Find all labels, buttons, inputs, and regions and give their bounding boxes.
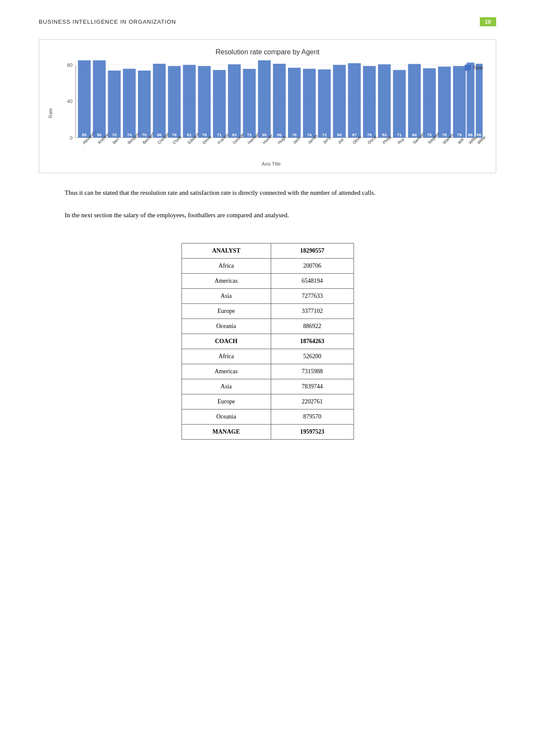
paragraph-2: In the next section the salary of the em… xyxy=(39,209,496,222)
table-cell-value: 18290557 xyxy=(271,244,354,259)
svg-text:70: 70 xyxy=(142,132,147,137)
y-axis-label: Rate xyxy=(48,108,53,118)
svg-text:79: 79 xyxy=(202,132,207,137)
svg-rect-11 xyxy=(93,60,106,137)
table-cell-value: 7839744 xyxy=(271,379,354,394)
svg-text:86: 86 xyxy=(477,132,482,137)
table-row: Oceania886922 xyxy=(181,319,354,334)
svg-text:79: 79 xyxy=(172,132,177,137)
svg-text:84: 84 xyxy=(412,132,417,137)
chart-legend: Total xyxy=(465,65,483,71)
svg-rect-56 xyxy=(318,69,331,137)
svg-rect-59 xyxy=(333,65,346,138)
table-cell-label: Americas xyxy=(181,274,271,289)
svg-rect-14 xyxy=(108,71,121,138)
paragraph-1: Thus it can be stated that the resolutio… xyxy=(39,186,496,199)
svg-text:80: 80 xyxy=(67,62,72,68)
svg-text:75: 75 xyxy=(427,132,432,137)
svg-rect-35 xyxy=(213,70,226,137)
svg-rect-23 xyxy=(153,64,166,137)
table-cell-label: Oceania xyxy=(181,409,271,425)
table-row: Oceania879570 xyxy=(181,409,354,425)
svg-text:74: 74 xyxy=(127,132,132,137)
svg-text:83: 83 xyxy=(232,132,237,137)
table-row: COACH18764263 xyxy=(181,334,354,349)
table-cell-label: Oceania xyxy=(181,319,271,334)
table-row: Americas6548194 xyxy=(181,274,354,289)
svg-rect-83 xyxy=(453,66,466,137)
svg-text:71: 71 xyxy=(397,132,402,137)
svg-text:90: 90 xyxy=(262,132,267,137)
table-cell-value: 19597523 xyxy=(271,425,354,440)
table-cell-label: Africa xyxy=(181,259,271,274)
svg-rect-26 xyxy=(168,66,181,137)
svg-text:87: 87 xyxy=(352,132,357,137)
table-row: Americas7315988 xyxy=(181,364,354,379)
svg-rect-29 xyxy=(183,65,196,138)
document-title: BUSINESS INTELLIGENCE IN ORGANIZATION xyxy=(39,19,176,25)
svg-rect-17 xyxy=(123,69,136,138)
table-cell-value: 2202761 xyxy=(271,394,354,409)
table-cell-value: 3377102 xyxy=(271,304,354,319)
svg-text:71: 71 xyxy=(217,132,222,137)
table-row: Africa200706 xyxy=(181,259,354,274)
table-cell-value: 7277633 xyxy=(271,289,354,304)
svg-rect-32 xyxy=(198,66,211,137)
svg-text:70: 70 xyxy=(112,132,117,137)
svg-text:86: 86 xyxy=(277,132,282,137)
data-table-section: ANALYST18290557Africa200706Americas65481… xyxy=(39,243,496,440)
svg-rect-47 xyxy=(273,64,286,137)
table-cell-value: 7315988 xyxy=(271,364,354,379)
svg-rect-68 xyxy=(378,64,391,137)
svg-text:90: 90 xyxy=(97,132,102,137)
table-row: Africa526200 xyxy=(181,349,354,364)
svg-text:81: 81 xyxy=(187,132,192,137)
svg-text:79: 79 xyxy=(457,132,462,137)
svg-rect-71 xyxy=(393,70,406,137)
svg-text:78: 78 xyxy=(442,132,447,137)
chart-container: Resolution rate compare by Agent Rate 80… xyxy=(39,39,496,173)
table-cell-value: 526200 xyxy=(271,349,354,364)
svg-text:86: 86 xyxy=(157,132,162,137)
svg-rect-77 xyxy=(423,68,436,137)
svg-text:Will: Will xyxy=(457,137,465,145)
x-axis-title: Axis Title xyxy=(55,161,487,166)
table-cell-label: MANAGE xyxy=(181,425,271,440)
table-cell-label: COACH xyxy=(181,334,271,349)
legend-label: Total xyxy=(473,65,483,70)
svg-rect-74 xyxy=(408,64,421,137)
salary-table: ANALYST18290557Africa200706Americas65481… xyxy=(181,243,354,440)
table-cell-label: Europe xyxy=(181,394,271,409)
svg-rect-44 xyxy=(258,60,271,137)
svg-text:0: 0 xyxy=(70,135,72,141)
svg-rect-20 xyxy=(138,71,151,138)
table-row: Asia7839744 xyxy=(181,379,354,394)
table-cell-label: Europe xyxy=(181,304,271,319)
svg-rect-80 xyxy=(438,67,451,138)
table-cell-label: Americas xyxy=(181,364,271,379)
svg-text:Joe: Joe xyxy=(337,137,345,145)
chart-inner: 80 40 0 85 Alexander 90 Andrew xyxy=(55,60,487,166)
svg-text:40: 40 xyxy=(67,98,72,104)
svg-text:74: 74 xyxy=(307,132,312,137)
page-number: 10 xyxy=(480,17,496,26)
table-cell-label: Asia xyxy=(181,289,271,304)
svg-rect-38 xyxy=(228,64,241,137)
table-cell-value: 18764263 xyxy=(271,334,354,349)
svg-text:73: 73 xyxy=(247,132,252,137)
legend-color-box xyxy=(465,65,471,71)
table-row: Asia7277633 xyxy=(181,289,354,304)
svg-rect-41 xyxy=(243,69,256,138)
svg-text:83: 83 xyxy=(382,132,387,137)
table-row: ANALYST18290557 xyxy=(181,244,354,259)
table-row: Europe3377102 xyxy=(181,304,354,319)
svg-rect-8 xyxy=(78,60,91,137)
table-row: Europe2202761 xyxy=(181,394,354,409)
table-cell-label: Asia xyxy=(181,379,271,394)
svg-text:76: 76 xyxy=(292,132,297,137)
table-cell-value: 879570 xyxy=(271,409,354,425)
table-cell-label: ANALYST xyxy=(181,244,271,259)
svg-text:72: 72 xyxy=(322,132,327,137)
table-cell-value: 6548194 xyxy=(271,274,354,289)
svg-rect-50 xyxy=(288,68,301,137)
